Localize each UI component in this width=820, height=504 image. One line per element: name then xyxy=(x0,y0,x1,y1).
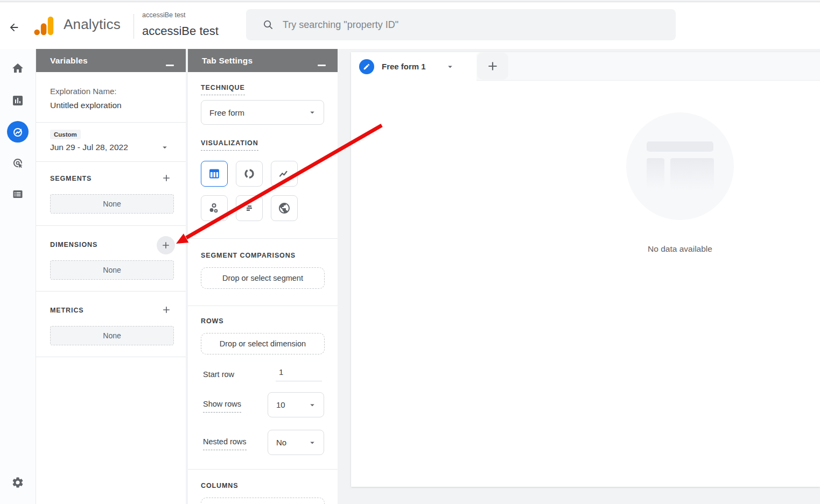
segment-comparisons-drop-zone[interactable]: Drop or select segment xyxy=(201,267,325,289)
viz-bar-button[interactable] xyxy=(236,195,263,221)
tab-free-form-1[interactable]: Free form 1 xyxy=(351,52,476,81)
back-button[interactable] xyxy=(4,18,24,37)
segments-none-text: None xyxy=(103,200,121,208)
rows-drop-text: Drop or select dimension xyxy=(220,339,306,348)
segments-add-button[interactable] xyxy=(160,172,173,184)
plus-icon xyxy=(160,240,171,251)
viz-donut-button[interactable] xyxy=(236,161,263,187)
tab-settings-panel-header: Tab Settings xyxy=(188,49,338,72)
advertising-icon xyxy=(11,157,24,169)
table-chart-icon xyxy=(208,167,221,180)
header-divider xyxy=(134,14,134,39)
nav-explore-active[interactable] xyxy=(7,121,29,143)
show-rows-label: Show rows xyxy=(203,400,241,413)
no-data-message: No data available xyxy=(599,244,761,254)
bar-chart-icon xyxy=(243,202,256,215)
nav-library[interactable] xyxy=(7,183,29,205)
metrics-label: METRICS xyxy=(50,307,84,314)
divider xyxy=(188,306,338,306)
date-range-value[interactable]: Jun 29 - Jul 28, 2022 xyxy=(50,143,128,152)
metrics-none-text: None xyxy=(103,331,121,340)
show-rows-dropdown[interactable]: 10 xyxy=(268,392,324,417)
technique-value: Free form xyxy=(201,108,307,117)
reports-icon xyxy=(11,94,24,107)
library-icon xyxy=(11,188,24,201)
dimensions-add-button[interactable] xyxy=(157,236,175,254)
property-selector[interactable]: accessiBe test xyxy=(142,24,219,38)
start-row-input[interactable]: 1 xyxy=(276,367,322,381)
minimize-tab-settings-icon[interactable] xyxy=(318,65,326,66)
segments-drop-zone[interactable]: None xyxy=(50,194,174,214)
technique-label: TECHNIQUE xyxy=(201,84,245,95)
plus-icon xyxy=(161,173,172,183)
edit-tab-badge[interactable] xyxy=(359,59,374,74)
segments-label: SEGMENTS xyxy=(50,175,92,182)
home-icon xyxy=(11,62,24,75)
geo-map-icon xyxy=(278,202,291,215)
divider xyxy=(188,238,338,239)
variables-panel-header: Variables xyxy=(36,49,186,72)
active-nav-bubble xyxy=(7,121,29,143)
plus-icon xyxy=(486,59,500,73)
pencil-icon xyxy=(363,63,370,70)
chevron-down-icon xyxy=(307,108,317,117)
date-range-caret-icon[interactable] xyxy=(160,143,170,152)
tab-menu-caret-icon[interactable] xyxy=(445,62,455,72)
exploration-canvas: Free form 1 No data available xyxy=(351,52,820,487)
settings-gear-icon xyxy=(11,476,24,489)
placeholder-table-cell-right xyxy=(670,158,714,190)
viz-geo-button[interactable] xyxy=(271,195,298,221)
chevron-down-icon xyxy=(307,438,317,448)
nav-rail xyxy=(0,49,36,504)
nested-rows-value: No xyxy=(268,438,307,447)
tab-settings-title: Tab Settings xyxy=(202,56,253,66)
minimize-variables-icon[interactable] xyxy=(166,65,174,66)
divider xyxy=(36,161,186,162)
scatter-chart-icon xyxy=(208,202,221,215)
variables-title: Variables xyxy=(50,56,88,66)
donut-chart-icon xyxy=(243,167,256,180)
segment-comparisons-label: SEGMENT COMPARISONS xyxy=(201,252,296,259)
viz-line-button[interactable] xyxy=(271,161,298,187)
exploration-name-value[interactable]: Untitled exploration xyxy=(50,101,122,110)
tab-settings-panel: Tab Settings TECHNIQUE Free form VISUALI… xyxy=(188,49,338,504)
date-range-badge: Custom xyxy=(50,130,81,139)
app-header: Analytics accessiBe test accessiBe test xyxy=(0,2,820,49)
add-tab-button[interactable] xyxy=(477,53,508,80)
start-row-label: Start row xyxy=(203,370,234,379)
nested-rows-dropdown[interactable]: No xyxy=(268,430,324,455)
placeholder-table-header xyxy=(647,141,713,152)
dimensions-drop-zone[interactable]: None xyxy=(50,260,174,280)
product-name: Analytics xyxy=(64,16,121,33)
chevron-down-icon xyxy=(307,400,317,410)
divider xyxy=(188,469,338,470)
divider xyxy=(36,225,186,226)
search-icon xyxy=(262,19,274,31)
search-input[interactable] xyxy=(283,19,606,31)
tab-title: Free form 1 xyxy=(382,62,426,71)
divider xyxy=(36,122,186,123)
account-name: accessiBe test xyxy=(142,11,186,19)
metrics-drop-zone[interactable]: None xyxy=(50,326,174,345)
segment-drop-text: Drop or select segment xyxy=(222,274,303,282)
rows-label: ROWS xyxy=(201,317,224,325)
explore-icon xyxy=(11,125,24,138)
columns-drop-zone[interactable] xyxy=(201,498,325,504)
viz-scatter-button[interactable] xyxy=(201,195,228,221)
nav-settings[interactable] xyxy=(7,472,29,493)
nav-reports[interactable] xyxy=(7,90,29,111)
nav-home[interactable] xyxy=(7,58,29,79)
arrow-back-icon xyxy=(8,22,20,33)
visualization-label: VISUALIZATION xyxy=(201,139,258,151)
google-analytics-logo-icon xyxy=(33,14,56,38)
viz-table-button[interactable] xyxy=(201,161,228,187)
rows-drop-zone[interactable]: Drop or select dimension xyxy=(201,333,325,354)
exploration-name-label: Exploration Name: xyxy=(50,87,116,96)
metrics-add-button[interactable] xyxy=(160,303,173,316)
technique-dropdown[interactable]: Free form xyxy=(201,100,324,125)
global-search[interactable] xyxy=(246,9,676,40)
dimensions-label: DIMENSIONS xyxy=(50,241,97,249)
columns-label: COLUMNS xyxy=(201,482,239,489)
nav-advertising[interactable] xyxy=(7,152,29,174)
divider xyxy=(36,291,186,292)
